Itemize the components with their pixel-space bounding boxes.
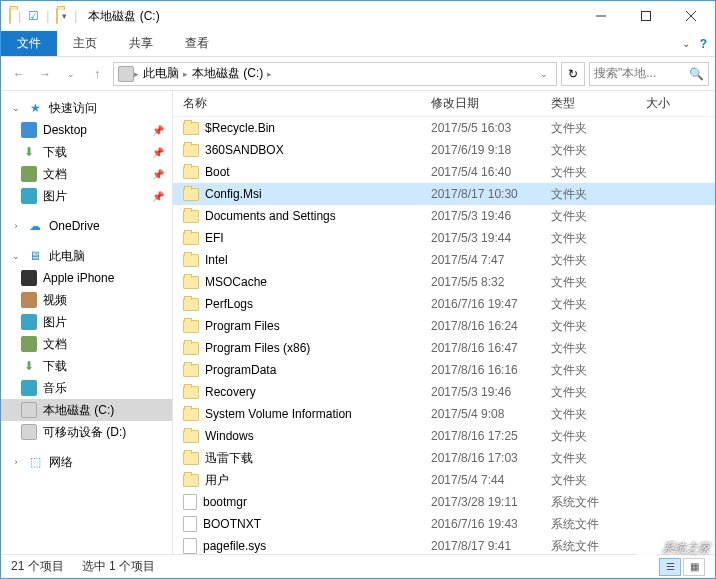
column-name[interactable]: 名称 [183, 95, 431, 112]
folder-icon [183, 122, 199, 135]
file-date: 2017/8/16 17:03 [431, 451, 551, 465]
file-row[interactable]: EFI 2017/5/3 19:44 文件夹 [173, 227, 715, 249]
breadcrumb-item[interactable]: 本地磁盘 (C:) [188, 65, 267, 82]
nav-item-label: Desktop [43, 123, 87, 137]
file-name: Boot [205, 165, 230, 179]
nav-group-label: OneDrive [49, 219, 100, 233]
file-list[interactable]: $Recycle.Bin 2017/5/5 16:03 文件夹 360SANDB… [173, 117, 715, 554]
tab-home[interactable]: 主页 [57, 31, 113, 56]
nav-item-label: 视频 [43, 292, 67, 309]
file-row[interactable]: 用户 2017/5/4 7:44 文件夹 [173, 469, 715, 491]
file-name: Program Files (x86) [205, 341, 310, 355]
nav-item-label: 可移动设备 (D:) [43, 424, 126, 441]
expand-icon[interactable]: › [11, 457, 21, 467]
tab-share[interactable]: 共享 [113, 31, 169, 56]
address-dropdown-icon[interactable]: ⌄ [536, 69, 552, 79]
file-row[interactable]: Intel 2017/5/4 7:47 文件夹 [173, 249, 715, 271]
nav-group-header[interactable]: ›☁OneDrive [1, 215, 172, 237]
pic-icon [21, 188, 37, 204]
file-name: Recovery [205, 385, 256, 399]
folder-icon [183, 232, 199, 245]
maximize-button[interactable] [623, 1, 668, 31]
nav-group-header[interactable]: ⌄★快速访问 [1, 97, 172, 119]
folder-icon [183, 276, 199, 289]
column-type[interactable]: 类型 [551, 95, 646, 112]
nav-item[interactable]: Apple iPhone [1, 267, 172, 289]
nav-group-header[interactable]: ›⬚网络 [1, 451, 172, 473]
forward-button[interactable]: → [33, 62, 57, 86]
search-placeholder: 搜索"本地... [594, 65, 656, 82]
tab-file[interactable]: 文件 [1, 31, 57, 56]
nav-item-label: 下载 [43, 358, 67, 375]
nav-item[interactable]: Desktop📌 [1, 119, 172, 141]
music-icon [21, 380, 37, 396]
file-row[interactable]: Recovery 2017/5/3 19:46 文件夹 [173, 381, 715, 403]
search-icon: 🔍 [689, 67, 704, 81]
drive-icon [21, 402, 37, 418]
file-date: 2017/8/16 16:24 [431, 319, 551, 333]
file-row[interactable]: ProgramData 2017/8/16 16:16 文件夹 [173, 359, 715, 381]
nav-item[interactable]: 图片 [1, 311, 172, 333]
file-row[interactable]: MSOCache 2017/5/5 8:32 文件夹 [173, 271, 715, 293]
expand-icon[interactable]: ⌄ [11, 251, 21, 261]
up-button[interactable]: ↑ [85, 62, 109, 86]
tab-view[interactable]: 查看 [169, 31, 225, 56]
file-date: 2017/8/16 17:25 [431, 429, 551, 443]
file-row[interactable]: BOOTNXT 2016/7/16 19:43 系统文件 [173, 513, 715, 535]
file-date: 2017/5/4 9:08 [431, 407, 551, 421]
nav-item[interactable]: ⬇下载 [1, 355, 172, 377]
nav-item[interactable]: 文档 [1, 333, 172, 355]
close-button[interactable] [668, 1, 713, 31]
details-view-button[interactable]: ☰ [659, 558, 681, 576]
nav-item[interactable]: 视频 [1, 289, 172, 311]
nav-item[interactable]: ⬇下载📌 [1, 141, 172, 163]
refresh-button[interactable]: ↻ [561, 62, 585, 86]
file-name: BOOTNXT [203, 517, 261, 531]
file-date: 2017/8/17 9:41 [431, 539, 551, 553]
nav-item[interactable]: 图片📌 [1, 185, 172, 207]
check-icon[interactable]: ☑ [28, 9, 39, 23]
file-type: 文件夹 [551, 318, 646, 335]
nav-item[interactable]: 音乐 [1, 377, 172, 399]
back-button[interactable]: ← [7, 62, 31, 86]
expand-icon[interactable]: › [11, 221, 21, 231]
column-size[interactable]: 大小 [646, 95, 715, 112]
file-row[interactable]: Documents and Settings 2017/5/3 19:46 文件… [173, 205, 715, 227]
search-input[interactable]: 搜索"本地... 🔍 [589, 62, 709, 86]
column-date[interactable]: 修改日期 [431, 95, 551, 112]
selection-count: 选中 1 个项目 [82, 558, 155, 575]
help-icon[interactable]: ? [700, 37, 707, 51]
file-type: 文件夹 [551, 274, 646, 291]
file-row[interactable]: Windows 2017/8/16 17:25 文件夹 [173, 425, 715, 447]
minimize-button[interactable] [578, 1, 623, 31]
folder-icon [183, 364, 199, 377]
file-name: $Recycle.Bin [205, 121, 275, 135]
expand-icon[interactable]: ⌄ [11, 103, 21, 113]
nav-group-header[interactable]: ⌄🖥此电脑 [1, 245, 172, 267]
file-row[interactable]: 迅雷下载 2017/8/16 17:03 文件夹 [173, 447, 715, 469]
file-row[interactable]: Program Files 2017/8/16 16:24 文件夹 [173, 315, 715, 337]
ribbon-expand-icon[interactable]: ⌄ [682, 38, 690, 49]
nav-item[interactable]: 可移动设备 (D:) [1, 421, 172, 443]
nav-item[interactable]: 本地磁盘 (C:) [1, 399, 172, 421]
qat-dropdown-icon[interactable]: ▾ [62, 11, 67, 21]
breadcrumb-item[interactable]: 此电脑 [139, 65, 183, 82]
file-row[interactable]: $Recycle.Bin 2017/5/5 16:03 文件夹 [173, 117, 715, 139]
vid-icon [21, 292, 37, 308]
nav-item-label: 图片 [43, 314, 67, 331]
history-dropdown[interactable]: ⌄ [59, 62, 83, 86]
file-row[interactable]: Config.Msi 2017/8/17 10:30 文件夹 [173, 183, 715, 205]
folder-icon [183, 210, 199, 223]
separator: | [18, 9, 21, 23]
file-row[interactable]: PerfLogs 2016/7/16 19:47 文件夹 [173, 293, 715, 315]
file-row[interactable]: pagefile.sys 2017/8/17 9:41 系统文件 [173, 535, 715, 554]
file-row[interactable]: Program Files (x86) 2017/8/16 16:47 文件夹 [173, 337, 715, 359]
file-row[interactable]: bootmgr 2017/3/28 19:11 系统文件 [173, 491, 715, 513]
address-box[interactable]: ▸ 此电脑 ▸ 本地磁盘 (C:) ▸ ⌄ [113, 62, 557, 86]
file-row[interactable]: Boot 2017/5/4 16:40 文件夹 [173, 161, 715, 183]
nav-item[interactable]: 文档📌 [1, 163, 172, 185]
file-row[interactable]: 360SANDBOX 2017/6/19 9:18 文件夹 [173, 139, 715, 161]
chevron-right-icon[interactable]: ▸ [267, 69, 272, 79]
icons-view-button[interactable]: ▦ [683, 558, 705, 576]
file-row[interactable]: System Volume Information 2017/5/4 9:08 … [173, 403, 715, 425]
